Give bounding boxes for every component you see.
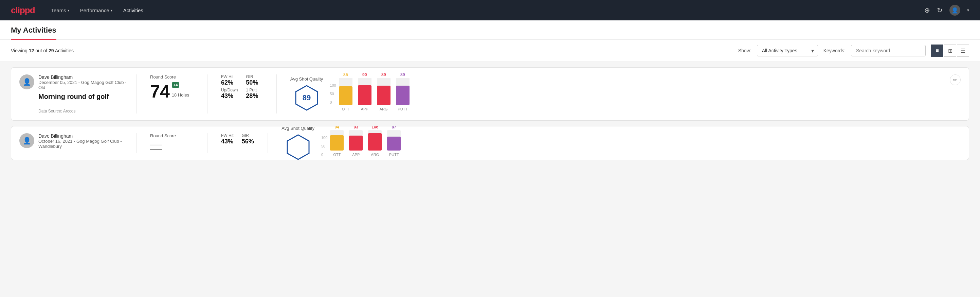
chart-wrap: 100 50 0 85 OTT [330, 77, 936, 111]
page-title: My Activities [11, 21, 56, 40]
card-info: Dave Billingham October 16, 2021 - Gog M… [38, 133, 128, 151]
shot-quality-label: Avg Shot Quality [282, 126, 315, 131]
avatar-icon: 👤 [23, 137, 31, 145]
avatar: 👤 [19, 133, 34, 148]
bar-fill-putt [396, 86, 409, 105]
gir-value: 56% [242, 138, 255, 145]
nav-teams[interactable]: Teams ▾ [51, 8, 69, 13]
fw-hit-stat: FW Hit 43% [221, 133, 234, 145]
gir-label: GIR [246, 74, 262, 79]
shot-quality-hex: Avg Shot Quality [282, 126, 315, 160]
card-stats: FW Hit 62% GIR 50% Up/Down 43% 1 Putt 28… [216, 74, 268, 113]
player-name: Dave Billingham [38, 74, 128, 80]
page-header: My Activities [0, 21, 980, 40]
bar-label-app: APP [352, 153, 360, 156]
card-divider [267, 133, 268, 153]
bar-app [349, 130, 363, 150]
bar-value-arg: 106 [371, 126, 378, 129]
gir-stat: GIR 56% [242, 133, 255, 145]
view-grid-button[interactable]: ⊞ [944, 45, 956, 57]
nav-performance[interactable]: Performance ▾ [80, 8, 112, 13]
bar-col-putt: 87 PUTT [387, 126, 401, 156]
bar-value-arg: 89 [381, 72, 386, 77]
bar-fill-arg [368, 133, 382, 150]
logo[interactable]: clippd [11, 5, 35, 16]
hexagon-svg [285, 134, 312, 160]
round-score-label: Round Score [150, 74, 194, 80]
bar-col-putt: 89 PUTT [396, 72, 409, 111]
view-list-button[interactable]: ☰ [957, 45, 969, 57]
activity-type-select-wrap[interactable]: All Activity Types [757, 45, 818, 56]
user-chevron-icon[interactable]: ▾ [967, 8, 969, 13]
bar-col-arg: 106 ARG [368, 126, 382, 156]
chart-wrap: 100 50 0 94 OTT 93 [321, 129, 955, 156]
keywords-label: Keywords: [824, 48, 846, 53]
card-stats: FW Hit 43% GIR 56% [216, 133, 259, 153]
nav-activities[interactable]: Activities [123, 8, 143, 13]
add-icon[interactable]: ⊕ [924, 6, 930, 14]
bar-fill-putt [387, 137, 401, 150]
score-number: 74 [150, 83, 170, 100]
one-putt-value: 28% [246, 93, 262, 99]
gir-stat: GIR 50% [246, 74, 262, 86]
card-divider [207, 133, 207, 153]
bar-label-putt: PUTT [398, 107, 407, 111]
user-avatar[interactable]: 👤 [950, 5, 960, 16]
bar-label-arg: ARG [371, 153, 379, 156]
hexagon [285, 134, 312, 160]
show-label: Show: [738, 48, 751, 53]
score-main: —— [150, 141, 194, 150]
avatar: 👤 [19, 74, 34, 89]
bar-value-putt: 87 [392, 126, 396, 129]
bar-fill-ott [330, 135, 344, 150]
fw-hit-label: FW Hit [221, 133, 234, 138]
hexagon: 89 [293, 84, 320, 112]
bar-arg [377, 78, 390, 105]
edit-button[interactable]: ✏ [950, 74, 961, 85]
bar-col-app: 90 APP [358, 72, 371, 111]
view-toggles: ≡ ⊞ ☰ [931, 45, 969, 57]
y-label-0: 0 [321, 153, 327, 156]
bar-value-app: 90 [362, 72, 367, 77]
y-label-50: 50 [321, 144, 327, 148]
updown-stat: Up/Down 43% [221, 88, 238, 99]
svg-marker-1 [287, 135, 309, 160]
viewing-middle: out of [35, 48, 49, 53]
chevron-down-icon: ▾ [111, 8, 112, 12]
bar-chart: 85 OTT 90 APP [339, 77, 409, 111]
score-main: 74 +4 18 Holes [150, 82, 194, 100]
viewing-total: 29 [49, 48, 54, 53]
view-dense-list-button[interactable]: ≡ [931, 45, 943, 57]
bar-label-putt: PUTT [389, 153, 399, 156]
bar-arg [368, 130, 382, 150]
one-putt-stat: 1 Putt 28% [246, 88, 262, 99]
card-divider [207, 74, 207, 113]
card-quality: Avg Shot Quality 89 100 50 0 [285, 74, 942, 113]
activity-type-select[interactable]: All Activity Types [757, 45, 818, 56]
bar-label-app: APP [361, 107, 368, 111]
card-score: Round Score —— [145, 133, 199, 153]
data-source: Data Source: Arccos [38, 109, 128, 113]
fw-hit-value: 62% [221, 79, 238, 86]
gir-value: 50% [246, 79, 262, 86]
bar-col-ott: 85 OTT [339, 72, 353, 111]
search-input[interactable] [851, 45, 926, 56]
bar-value-putt: 89 [400, 72, 405, 77]
refresh-icon[interactable]: ↻ [937, 6, 943, 14]
bar-value-ott: 94 [335, 126, 339, 129]
y-label-100: 100 [330, 83, 336, 87]
activity-card: 👤 Dave Billingham October 16, 2021 - Gog… [11, 126, 969, 160]
hex-score: 89 [302, 93, 311, 102]
chevron-down-icon: ▾ [68, 8, 69, 12]
y-label-100: 100 [321, 136, 327, 140]
bar-label-ott: OTT [342, 107, 349, 111]
card-divider [136, 133, 137, 153]
round-score-label: Round Score [150, 133, 194, 138]
one-putt-label: 1 Putt [246, 88, 262, 93]
bar-fill-ott [339, 86, 353, 105]
viewing-suffix: Activities [55, 48, 74, 53]
card-left: 👤 Dave Billingham December 05, 2021 - Go… [19, 74, 128, 113]
y-label-0: 0 [330, 100, 336, 104]
fw-hit-value: 43% [221, 138, 234, 145]
bar-col-ott: 94 OTT [330, 126, 344, 156]
